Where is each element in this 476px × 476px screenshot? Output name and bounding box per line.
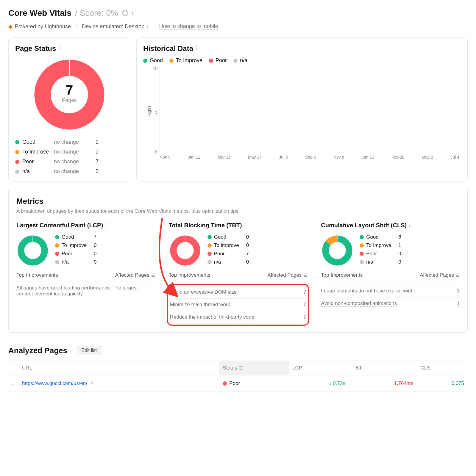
analyzed-section: Analyzed Pages i Edit list URL Status☰ L… <box>8 346 468 392</box>
affected-count[interactable]: 7 <box>303 289 306 295</box>
legend-item: n/a <box>207 259 246 265</box>
improvements-header: Top Improvements Affected Pages☰ <box>321 267 460 281</box>
dot-icon <box>207 252 212 256</box>
info-icon[interactable]: i <box>58 46 60 51</box>
improvement-row: Minimize main thread work7 <box>170 299 306 311</box>
device-label: Device emulated: Desktop <box>82 24 144 30</box>
col-url[interactable]: URL <box>18 361 219 375</box>
info-icon[interactable]: i <box>132 10 133 16</box>
tbt-highlight-box: Avoid an excessive DOM size7Minimize mai… <box>167 284 309 326</box>
sub-header: ◆ Powered by Lighthouse Device emulated:… <box>8 23 468 30</box>
trend-down-icon: ↓ <box>329 381 332 386</box>
x-tick: Jan 10 <box>362 155 374 161</box>
affected-count[interactable]: 1 <box>457 288 460 294</box>
lighthouse-icon: ◆ <box>8 23 13 30</box>
edit-list-button[interactable]: Edit list <box>77 346 101 355</box>
dot-icon <box>143 59 147 63</box>
improvement-link[interactable]: Image elements do not have explicit widt… <box>321 288 417 294</box>
legend-item: Poor <box>207 251 246 257</box>
improvement-text: All pages have good loading performance.… <box>16 281 155 297</box>
legend-value: 0 <box>246 259 255 265</box>
dot-icon <box>55 252 59 256</box>
historical-chart: Pages 10 5 0 <box>143 66 461 161</box>
improvements-header: Top Improvements Affected Pages☰ <box>169 267 308 281</box>
col-tbt[interactable]: TBT <box>349 361 417 375</box>
page-status-title: Page Status i <box>15 44 124 53</box>
info-icon[interactable]: i <box>147 24 148 29</box>
dot-icon <box>207 235 212 239</box>
legend-change: no change <box>54 149 90 155</box>
historical-card: Historical Data i GoodTo ImprovePoorn/a … <box>136 37 468 181</box>
col-lcp[interactable]: LCP <box>289 361 349 375</box>
device-emulated: Device emulated: Desktop i <box>82 24 148 30</box>
col-cls[interactable]: CLS <box>417 361 468 375</box>
legend-item: Poor <box>209 57 227 64</box>
sort-icon[interactable]: ☰ <box>151 273 155 278</box>
improvement-row: Avoid non-composited animations1 <box>321 298 460 310</box>
legend-item: n/a <box>15 168 54 175</box>
affected-count[interactable]: 7 <box>303 314 306 320</box>
info-icon[interactable]: i <box>71 348 73 353</box>
improvement-row: Avoid an excessive DOM size7 <box>170 286 306 299</box>
how-to-link[interactable]: How to change to mobile <box>159 23 218 30</box>
legend-value: 0 <box>94 242 103 248</box>
y-tick: 5 <box>152 110 157 115</box>
x-tick: Mar 15 <box>218 155 231 161</box>
legend-value: 0 <box>90 139 99 145</box>
legend-value: 0 <box>94 259 103 265</box>
affected-count[interactable]: 1 <box>457 300 460 307</box>
x-axis: Nov 9Jan 11Mar 15May 17Jul 5Sep 6Nov 8Ja… <box>160 155 459 161</box>
svg-text:Pages: Pages <box>62 97 77 103</box>
y-tick: 0 <box>152 149 157 154</box>
dot-icon <box>360 252 364 256</box>
metric-donut-row: Good7To Improve0Poor0n/a0 <box>16 234 155 267</box>
sort-icon[interactable]: ☰ <box>303 273 307 278</box>
metric-legend: Good6To Improve1Poor0n/a0 <box>360 234 407 265</box>
divider <box>154 24 154 29</box>
info-icon[interactable]: i <box>105 223 107 228</box>
info-icon[interactable]: i <box>409 223 410 228</box>
improvement-link[interactable]: Avoid non-composited animations <box>321 300 397 307</box>
affected-count[interactable]: 7 <box>303 302 306 308</box>
metric-title: Total Blocking Time (TBT) i <box>169 222 308 229</box>
expand-row-icon[interactable]: › <box>12 381 14 386</box>
legend-item: n/a <box>55 259 94 265</box>
info-icon[interactable]: i <box>244 223 246 228</box>
x-tick: Feb 28 <box>391 155 405 161</box>
metrics-subtitle: A breakdown of pages by their status for… <box>16 208 460 214</box>
legend-value: 1 <box>398 242 407 248</box>
dot-icon <box>207 243 212 248</box>
legend-value: 0 <box>90 168 99 175</box>
improvement-link[interactable]: Reduce the impact of third-party code <box>170 314 254 320</box>
tbt-cell: 1,764ms <box>349 375 417 392</box>
affected-pages-label: Affected Pages <box>267 272 302 278</box>
sort-icon: ☰ <box>239 366 243 370</box>
metric-legend: Good0To Improve0Poor7n/a0 <box>207 234 255 265</box>
metric-title: Cumulative Layout Shift (CLS) i <box>321 222 460 229</box>
legend-item: Good <box>15 139 54 145</box>
legend-item: n/a <box>360 259 398 265</box>
dot-icon <box>55 260 59 264</box>
legend-value: 6 <box>398 234 407 240</box>
col-status[interactable]: Status☰ <box>219 361 289 375</box>
legend-item: To Improve <box>360 242 398 248</box>
sort-icon[interactable]: ☰ <box>456 273 460 278</box>
legend-item: Poor <box>360 251 398 257</box>
external-link-icon[interactable]: ↗ <box>89 381 93 386</box>
x-tick: Nov 8 <box>333 155 344 161</box>
page-url-link[interactable]: https://www.gucci.com/us/en/ <box>22 381 87 386</box>
cls-cell: 0.075 <box>417 375 468 392</box>
legend-item: Poor <box>55 251 94 257</box>
url-cell: https://www.gucci.com/us/en/↗ <box>18 375 219 392</box>
x-tick: May 2 <box>422 155 433 161</box>
improvement-link[interactable]: Minimize main thread work <box>170 302 230 308</box>
x-tick: Jan 11 <box>188 155 200 161</box>
legend-item: Poor <box>15 159 54 165</box>
info-icon[interactable]: i <box>196 46 197 51</box>
improvement-link[interactable]: Avoid an excessive DOM size <box>170 289 237 295</box>
legend-item: Good <box>360 234 398 240</box>
y-tick: 10 <box>152 66 157 71</box>
dot-icon <box>55 235 59 239</box>
dot-icon <box>207 260 212 264</box>
dot-icon <box>360 260 364 264</box>
